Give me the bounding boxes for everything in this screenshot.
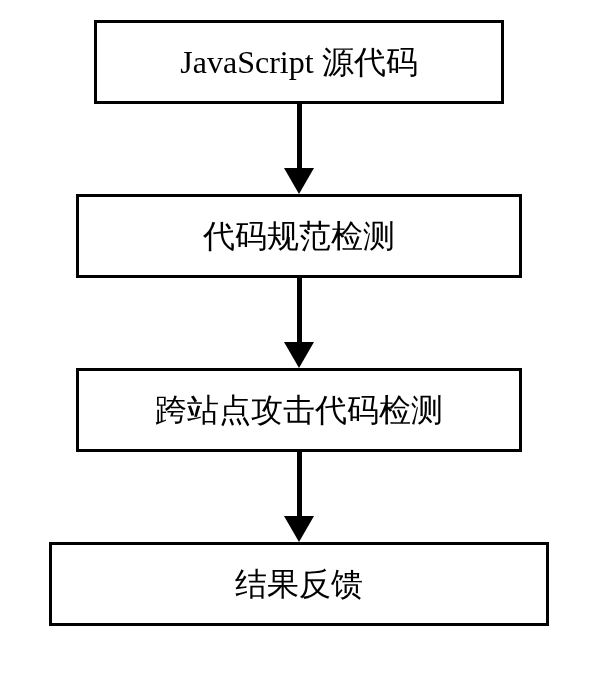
step-box-code-spec-check: 代码规范检测	[76, 194, 522, 278]
arrow-head	[284, 516, 314, 542]
arrow-line	[297, 452, 302, 516]
step-label: 结果反馈	[235, 568, 363, 600]
step-box-xss-check: 跨站点攻击代码检测	[76, 368, 522, 452]
arrow-head	[284, 168, 314, 194]
step-box-result-feedback: 结果反馈	[49, 542, 549, 626]
flowchart-container: JavaScript 源代码 代码规范检测 跨站点攻击代码检测 结果反馈	[0, 20, 598, 626]
arrow-down-icon	[284, 104, 314, 194]
step-label: JavaScript 源代码	[180, 46, 417, 78]
arrow-down-icon	[284, 452, 314, 542]
step-label: 代码规范检测	[203, 220, 395, 252]
arrow-head	[284, 342, 314, 368]
arrow-line	[297, 104, 302, 168]
arrow-down-icon	[284, 278, 314, 368]
step-box-source-code: JavaScript 源代码	[94, 20, 504, 104]
step-label: 跨站点攻击代码检测	[155, 394, 443, 426]
arrow-line	[297, 278, 302, 342]
